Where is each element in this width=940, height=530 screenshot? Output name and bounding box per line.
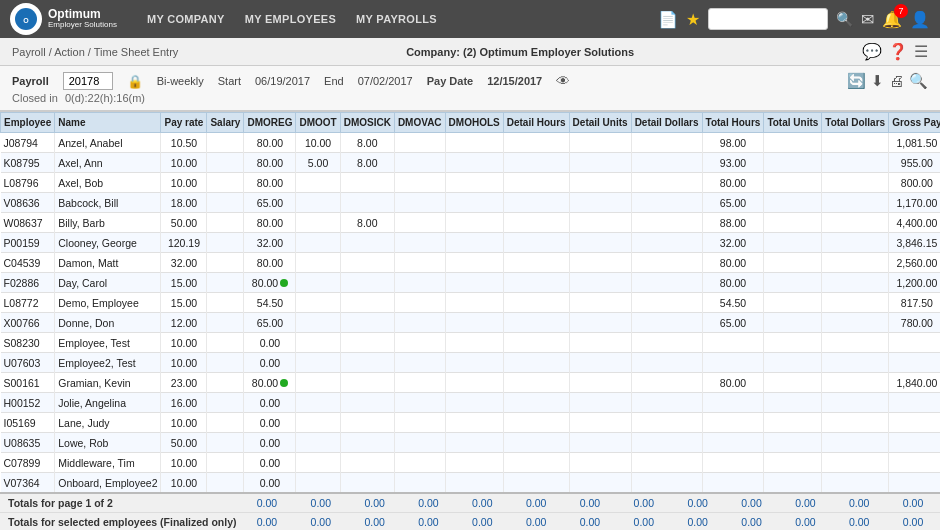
table-cell: [764, 173, 822, 193]
table-cell: 80.00: [244, 153, 296, 173]
table-cell: [764, 313, 822, 333]
start-label: Start: [218, 75, 241, 87]
top-nav: O Optimum Employer Solutions MY COMPANY …: [0, 0, 940, 38]
payroll-number[interactable]: 20178: [63, 72, 113, 90]
totals-page-values: 0.000.000.000.000.000.000.000.000.000.00…: [240, 497, 940, 509]
table-cell: 65.00: [244, 313, 296, 333]
payroll-action-icons: 🔄 ⬇ 🖨 🔍: [847, 72, 928, 90]
table-cell: [340, 333, 394, 353]
table-cell: [340, 413, 394, 433]
table-cell: [340, 433, 394, 453]
menu-icon[interactable]: ☰: [914, 42, 928, 61]
table-cell: [764, 373, 822, 393]
table-cell: 32.00: [244, 233, 296, 253]
table-cell: U08635: [1, 433, 55, 453]
help-icon[interactable]: ❓: [888, 42, 908, 61]
table-cell: 8.00: [340, 153, 394, 173]
total-value: 0.00: [725, 497, 779, 509]
table-cell: [340, 353, 394, 373]
table-cell: [702, 353, 764, 373]
table-cell: [569, 313, 631, 333]
print-icon[interactable]: 🖨: [889, 72, 904, 90]
search-icon[interactable]: 🔍: [836, 11, 853, 27]
table-cell: 10.00: [161, 333, 207, 353]
table-cell: 80.00: [702, 273, 764, 293]
payroll-frequency: Bi-weekly: [157, 75, 204, 87]
table-cell: [631, 433, 702, 453]
table-cell: [702, 473, 764, 493]
table-cell: Axel, Ann: [55, 153, 161, 173]
user-icon[interactable]: 👤: [910, 10, 930, 29]
table-cell: [207, 293, 244, 313]
view-icon[interactable]: 👁: [556, 73, 570, 89]
table-cell: V07364: [1, 473, 55, 493]
col-dmoreg: DMOREG: [244, 113, 296, 133]
table-cell: [631, 253, 702, 273]
chat-icon[interactable]: 💬: [862, 42, 882, 61]
nav-my-employees[interactable]: MY EMPLOYEES: [245, 13, 336, 25]
table-cell: 817.50: [889, 293, 940, 313]
table-cell: [445, 473, 503, 493]
filter-icon[interactable]: 🔍: [909, 72, 928, 90]
table-cell: [207, 453, 244, 473]
col-gross-pay: Gross Pay: [889, 113, 940, 133]
table-cell: [207, 253, 244, 273]
total-value: 0.00: [455, 497, 509, 509]
table-cell: [207, 473, 244, 493]
table-cell: [631, 313, 702, 333]
table-cell: C07899: [1, 453, 55, 473]
table-cell: [569, 213, 631, 233]
table-cell: [569, 193, 631, 213]
refresh-icon[interactable]: 🔄: [847, 72, 866, 90]
table-cell: [207, 173, 244, 193]
table-cell: [764, 273, 822, 293]
table-cell: 1,840.00: [889, 373, 940, 393]
table-cell: Demo, Employee: [55, 293, 161, 313]
table-cell: [394, 353, 445, 373]
table-cell: 8.00: [340, 133, 394, 153]
svg-text:O: O: [23, 17, 29, 24]
table-cell: S08230: [1, 333, 55, 353]
table-cell: [296, 313, 340, 333]
download-icon[interactable]: ⬇: [871, 72, 884, 90]
table-cell: 32.00: [702, 233, 764, 253]
table-cell: Lowe, Rob: [55, 433, 161, 453]
table-cell: [503, 193, 569, 213]
search-input[interactable]: [708, 8, 828, 30]
table-row: V07364Onboard, Employee210.000.00👤: [1, 473, 941, 493]
table-row: I05169Lane, Judy10.000.00👤: [1, 413, 941, 433]
table-cell: 80.00: [244, 213, 296, 233]
table-cell: [764, 153, 822, 173]
table-cell: [702, 393, 764, 413]
table-cell: 80.00: [702, 373, 764, 393]
nav-right: 📄 ★ 🔍 ✉ 🔔 7 👤: [658, 8, 930, 30]
payroll-label: Payroll: [12, 75, 49, 87]
star-icon[interactable]: ★: [686, 10, 700, 29]
table-cell: [569, 173, 631, 193]
table-cell: Lane, Judy: [55, 413, 161, 433]
table-cell: Day, Carol: [55, 273, 161, 293]
notification-bell[interactable]: 🔔 7: [882, 10, 902, 29]
document-icon[interactable]: 📄: [658, 10, 678, 29]
table-cell: J08794: [1, 133, 55, 153]
table-cell: [822, 453, 889, 473]
table-cell: [207, 373, 244, 393]
nav-my-company[interactable]: MY COMPANY: [147, 13, 225, 25]
nav-my-payrolls[interactable]: MY PAYROLLS: [356, 13, 437, 25]
payroll-row1: Payroll 20178 🔒 Bi-weekly Start 06/19/20…: [12, 72, 928, 90]
table-cell: [631, 273, 702, 293]
payroll-bar: Payroll 20178 🔒 Bi-weekly Start 06/19/20…: [0, 66, 940, 112]
table-cell: [340, 453, 394, 473]
table-cell: [207, 393, 244, 413]
table-cell: Damon, Matt: [55, 253, 161, 273]
table-cell: 3,846.15: [889, 233, 940, 253]
table-cell: [296, 173, 340, 193]
mail-icon[interactable]: ✉: [861, 10, 874, 29]
table-cell: [394, 473, 445, 493]
table-cell: [207, 193, 244, 213]
table-cell: Jolie, Angelina: [55, 393, 161, 413]
table-cell: [445, 213, 503, 233]
table-cell: Gramian, Kevin: [55, 373, 161, 393]
table-cell: [394, 313, 445, 333]
table-cell: [340, 253, 394, 273]
